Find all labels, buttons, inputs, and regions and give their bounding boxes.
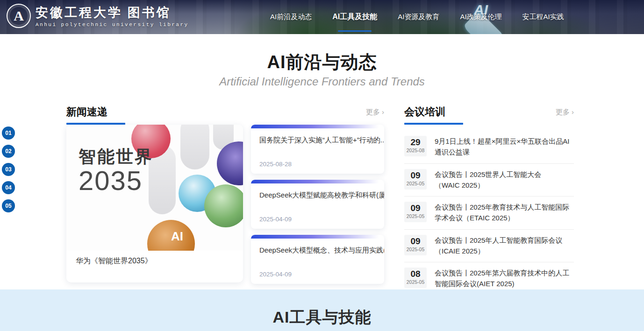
conference-more-link[interactable]: 更多›: [556, 108, 574, 117]
conference-month: 2025-05: [404, 213, 427, 219]
conference-item-title: 会议预告丨2025年教育技术与人工智能国际学术会议（ETAIC 2025）: [435, 202, 574, 224]
nav-item-ai-tools[interactable]: AI工具及技能: [332, 0, 377, 34]
conference-item-2[interactable]: 09 2025-05 会议预告丨2025世界人工智能大会 （WAIC 2025）: [404, 164, 574, 197]
conference-section-head: 会议培训 更多›: [404, 105, 574, 125]
news-card-1[interactable]: 国务院关于深入实施“人工智能+”行动的... 2025-08-28: [251, 125, 384, 174]
news-card-3[interactable]: DeepSeek大模型概念、技术与应用实践(厦... 2025-04-09: [251, 235, 384, 284]
conference-item-title: 会议预告丨2025世界人工智能大会 （WAIC 2025）: [435, 169, 541, 191]
news-card-date: 2025-04-09: [259, 216, 292, 223]
conference-section: 会议培训 更多› 29 2025-08 9月1日上线！超星×阿里云×华五联合出品…: [404, 105, 574, 295]
news-card-title: DeepSeek大模型赋能高校教学和科研(厦门...: [251, 183, 384, 200]
featured-caption: 华为《智能世界2035》: [66, 251, 243, 266]
logo-title-en: Anhui polytechnic university library: [36, 22, 189, 28]
main-nav: AI前沿及动态 AI工具及技能 AI资源及教育 AI政策及伦理 安工程AI实践: [270, 0, 564, 34]
conference-day: 29: [404, 137, 427, 148]
conference-date-badge: 09 2025-05: [404, 235, 427, 255]
conference-section-title: 会议培训: [404, 105, 445, 123]
logo-text: 安徽工程大学 图书馆 Anhui polytechnic university …: [36, 4, 189, 28]
conference-month: 2025-08: [404, 148, 427, 153]
conference-day: 09: [404, 236, 427, 246]
section-dot-03[interactable]: 03: [2, 163, 15, 176]
featured-news-card[interactable]: AI 智能世界 2035 华为《智能世界2035》: [66, 125, 243, 282]
news-more-label: 更多: [366, 108, 380, 116]
ai-tools-section: AI工具与技能: [0, 289, 644, 331]
news-more-link[interactable]: 更多›: [366, 108, 384, 117]
decor-sphere-green: [204, 184, 243, 227]
page-subtitle: Artificial Intelligence Frontiers and Tr…: [0, 75, 644, 88]
conference-item-title: 会议预告丨2025年第六届教育技术中的人工智能国际会议(AIET 2025): [435, 268, 574, 289]
featured-image-title-line2: 2035: [79, 165, 143, 196]
conference-month: 2025-05: [404, 181, 427, 186]
chevron-right-icon: ›: [572, 108, 574, 116]
nav-item-ai-frontier[interactable]: AI前沿及动态: [270, 0, 312, 34]
page-section-dots: 01 02 03 04 05: [2, 127, 15, 212]
featured-image: AI 智能世界 2035: [66, 125, 243, 251]
conference-item-1[interactable]: 29 2025-08 9月1日上线！超星×阿里云×华五联合出品AI通识公益课: [404, 131, 574, 164]
news-section: 新闻速递 更多› AI 智能世界 203: [66, 105, 384, 284]
page-title: AI前沿与动态: [0, 50, 644, 74]
sphere-ai-label: AI: [171, 229, 183, 244]
conference-list: 29 2025-08 9月1日上线！超星×阿里云×华五联合出品AI通识公益课 0…: [404, 131, 574, 295]
conference-day: 09: [404, 203, 427, 213]
site-header: A 安徽工程大学 图书馆 Anhui polytechnic universit…: [0, 0, 644, 34]
conference-date-badge: 09 2025-05: [404, 202, 427, 222]
conference-item-3[interactable]: 09 2025-05 会议预告丨2025年教育技术与人工智能国际学术会议（ETA…: [404, 197, 574, 230]
news-section-head: 新闻速递 更多›: [66, 105, 384, 125]
emblem-letter: A: [14, 8, 24, 24]
chevron-right-icon: ›: [382, 108, 384, 116]
news-section-title: 新闻速递: [66, 105, 107, 123]
decor-sphere-orange: AI: [147, 220, 195, 251]
card-accent-bar: [251, 125, 384, 128]
news-card-2[interactable]: DeepSeek大模型赋能高校教学和科研(厦门... 2025-04-09: [251, 180, 384, 229]
card-accent-bar: [251, 180, 384, 183]
conference-date-badge: 09 2025-05: [404, 169, 427, 190]
decor-capsule: [180, 125, 209, 169]
nav-item-ai-practice[interactable]: 安工程AI实践: [522, 0, 564, 34]
university-emblem-icon: A: [7, 4, 31, 28]
news-card-date: 2025-04-09: [259, 271, 292, 278]
conference-day: 08: [404, 269, 427, 279]
news-card-title: DeepSeek大模型概念、技术与应用实践(厦...: [251, 239, 384, 255]
conference-month: 2025-05: [404, 279, 427, 285]
section-dot-04[interactable]: 04: [2, 181, 15, 194]
news-card-date: 2025-08-28: [259, 161, 292, 168]
page: A 安徽工程大学 图书馆 Anhui polytechnic universit…: [0, 0, 644, 331]
conference-day: 09: [404, 170, 427, 181]
card-accent-bar: [251, 235, 384, 239]
conference-date-badge: 08 2025-05: [404, 268, 427, 288]
conference-title-underline: [404, 123, 463, 125]
section-dot-05[interactable]: 05: [2, 199, 15, 212]
conference-month: 2025-05: [404, 246, 427, 252]
conference-item-title: 9月1日上线！超星×阿里云×华五联合出品AI通识公益课: [435, 136, 574, 158]
conference-more-label: 更多: [556, 108, 570, 116]
logo-title-zh: 安徽工程大学 图书馆: [36, 4, 189, 21]
section-dot-01[interactable]: 01: [2, 127, 15, 140]
conference-item-4[interactable]: 09 2025-05 会议预告丨2025年人工智能教育国际会议 （ICAIE 2…: [404, 230, 574, 263]
conference-item-title: 会议预告丨2025年人工智能教育国际会议 （ICAIE 2025）: [435, 235, 562, 257]
conference-date-badge: 29 2025-08: [404, 136, 427, 156]
nav-item-ai-resources[interactable]: AI资源及教育: [398, 0, 439, 34]
ai-tools-section-title: AI工具与技能: [0, 307, 644, 328]
news-body: AI 智能世界 2035 华为《智能世界2035》 国务院关于深入实施“人工智能…: [66, 125, 384, 284]
news-list: 国务院关于深入实施“人工智能+”行动的... 2025-08-28 DeepSe…: [251, 125, 384, 284]
library-logo[interactable]: A 安徽工程大学 图书馆 Anhui polytechnic universit…: [7, 4, 189, 28]
nav-item-ai-policy[interactable]: AI政策及伦理: [460, 0, 501, 34]
news-card-title: 国务院关于深入实施“人工智能+”行动的...: [251, 128, 384, 145]
section-dot-02[interactable]: 02: [2, 145, 15, 158]
